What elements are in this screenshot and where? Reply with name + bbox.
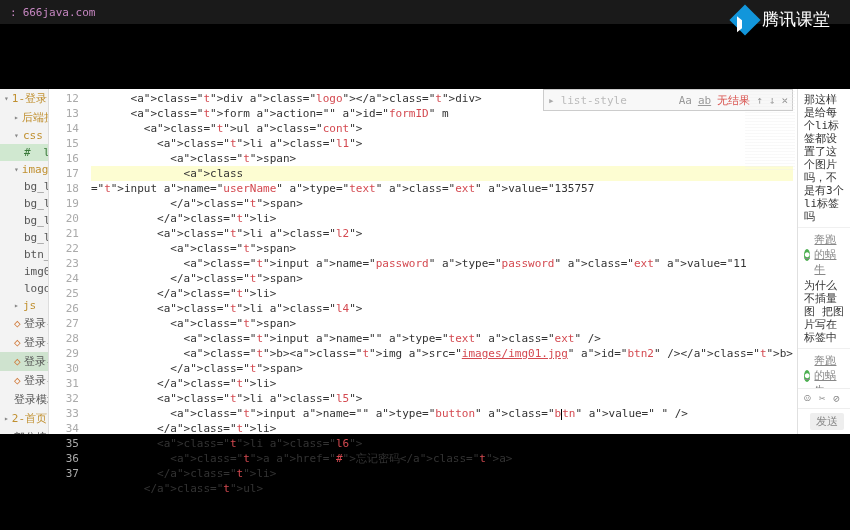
brand-text: 腾讯课堂 <box>762 8 830 31</box>
chat-username: 奔跑的蜗牛 <box>814 353 844 388</box>
find-prev-icon[interactable]: ▸ <box>548 94 555 107</box>
chat-input-row[interactable]: 发送 <box>798 408 850 434</box>
html-file[interactable]: ◇ 登录-纯html.html <box>0 314 48 333</box>
code-area[interactable]: <a">class="t">div a">class="logo"></a">c… <box>87 89 797 434</box>
chat-panel: 那这样是给每个li标签都设置了这个图片吗，不是有3个li标签吗●奔跑的蜗牛为什么… <box>797 89 850 434</box>
find-aa[interactable]: Aa <box>679 94 692 107</box>
chat-message: ●奔跑的蜗牛老师会讲flex 布局吗? rem <box>798 349 850 388</box>
black-band-top <box>0 24 850 89</box>
avatar-icon: ● <box>804 249 810 261</box>
chat-toolbar: ☺ ✂ ⊘ ☰ ▢ <box>798 388 850 408</box>
emoji-icon[interactable]: ☺ <box>804 392 811 405</box>
text-cursor <box>561 409 562 420</box>
minimap[interactable] <box>745 91 795 171</box>
file-login-css[interactable]: # login.css●1 <box>0 144 48 161</box>
brand-logo: 腾讯课堂 <box>734 8 830 31</box>
img-file[interactable]: img01.jpg <box>0 263 48 280</box>
url-bar: : 666java.com <box>0 0 850 24</box>
ban-icon[interactable]: ⊘ <box>833 392 840 405</box>
jpg-file[interactable]: 登录模块效果图.jpg <box>0 390 48 409</box>
img-file[interactable]: bg_login_inputL.png <box>0 195 48 212</box>
folder-css[interactable]: ▾css <box>0 127 48 144</box>
brand-icon <box>729 4 760 35</box>
html-file[interactable]: ◇ 登录-html+css+vue+axios.html <box>0 371 48 390</box>
url-text: 666java.com <box>23 6 96 19</box>
scissors-icon[interactable]: ✂ <box>819 392 826 405</box>
folder-backend[interactable]: ▸后端接口 <box>0 108 48 127</box>
html-file-active[interactable]: ◇ 登录-html+css+js.html <box>0 352 48 371</box>
img-file[interactable]: bg_login.jpg <box>0 229 48 246</box>
folder-images[interactable]: ▾images <box>0 161 48 178</box>
send-button[interactable]: 发送 <box>810 413 844 430</box>
chat-message: 那这样是给每个li标签都设置了这个图片吗，不是有3个li标签吗 <box>798 89 850 228</box>
url-colon: : <box>10 6 17 19</box>
img-file[interactable]: btn_sign.gif <box>0 246 48 263</box>
chat-message: ●奔跑的蜗牛为什么不插量图 把图片写在 标签中 <box>798 228 850 349</box>
file-explorer[interactable]: ▾1-登录-案例 ▸后端接口 ▾css # login.css●1 ▾image… <box>0 89 49 434</box>
find-ab[interactable]: ab <box>698 94 711 107</box>
chat-messages[interactable]: 那这样是给每个li标签都设置了这个图片吗，不是有3个li标签吗●奔跑的蜗牛为什么… <box>798 89 850 388</box>
img-file[interactable]: logo01.png <box>0 280 48 297</box>
img-file[interactable]: bg_login_form.png <box>0 178 48 195</box>
img-file[interactable]: bg_login_inputR.png <box>0 212 48 229</box>
find-input[interactable]: list-style <box>561 94 673 107</box>
folder-js[interactable]: ▸js <box>0 297 48 314</box>
folder-home-case[interactable]: ▸2-首页-案例 <box>0 409 48 428</box>
chat-username: 奔跑的蜗牛 <box>814 232 844 277</box>
chat-text: 那这样是给每个li标签都设置了这个图片吗，不是有3个li标签吗 <box>804 93 844 223</box>
html-file[interactable]: ◇ 登录-html+css.html <box>0 333 48 352</box>
code-editor[interactable]: 1213141516171819202122232425262728293031… <box>49 89 797 434</box>
folder-login-case[interactable]: ▾1-登录-案例 <box>0 89 48 108</box>
line-gutter: 1213141516171819202122232425262728293031… <box>49 89 87 434</box>
docx-file[interactable]: ▦ 部分接口文档V1.0.docx <box>0 428 48 434</box>
main-content: ▾1-登录-案例 ▸后端接口 ▾css # login.css●1 ▾image… <box>0 89 850 434</box>
chat-text: 为什么不插量图 把图片写在 标签中 <box>804 279 844 344</box>
avatar-icon: ● <box>804 370 810 382</box>
